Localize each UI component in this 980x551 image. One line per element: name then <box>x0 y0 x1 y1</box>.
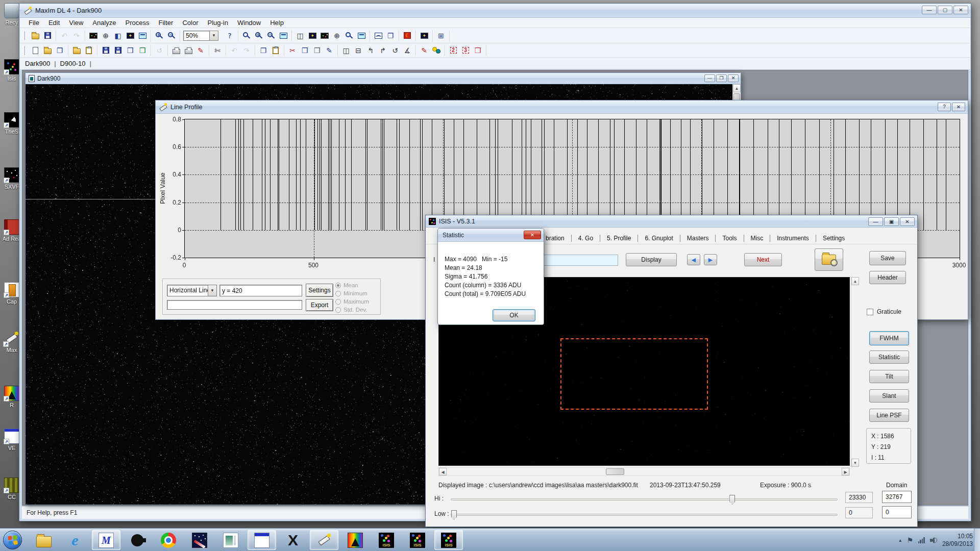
menu-plugin[interactable]: Plug-in <box>203 19 233 27</box>
graticule-checkbox[interactable] <box>867 309 873 315</box>
taskbar-item-isis-2[interactable] <box>403 530 432 550</box>
quick-stretch-icon[interactable]: ◧ <box>112 30 124 41</box>
radio-button[interactable] <box>335 299 341 305</box>
copy-icon[interactable]: ❐ <box>258 45 269 56</box>
isis-tab-5profile[interactable]: 5. Profile <box>600 235 638 242</box>
statistic-button[interactable]: Statistic <box>869 350 909 364</box>
taskbar-item-x-app[interactable]: X <box>279 530 307 550</box>
pencil-icon[interactable]: ✎ <box>419 45 430 56</box>
menu-analyze[interactable]: Analyze <box>88 19 120 27</box>
menu-color[interactable]: Color <box>178 19 203 27</box>
next-image-button[interactable]: ▶ <box>704 254 717 265</box>
save-all-icon[interactable]: ❒ <box>125 45 136 56</box>
duplicate-window-icon[interactable]: ❐ <box>385 30 396 41</box>
menu-window[interactable]: Window <box>233 19 265 27</box>
header-button[interactable]: Header <box>869 271 906 284</box>
show-desktop-button[interactable] <box>974 529 980 551</box>
taskbar-item-chrome[interactable] <box>154 530 183 550</box>
taskbar-item-ccd-camera[interactable] <box>123 530 152 550</box>
pinpoint-astrometry-icon[interactable]: ⊞ <box>435 30 447 41</box>
toolbar-grip[interactable] <box>23 31 25 40</box>
maxim-titlebar[interactable]: MaxIm DL 4 - Dark900 — ▢ ✕ <box>19 4 971 18</box>
radio-button[interactable] <box>335 307 341 313</box>
crop-icon[interactable]: ✂ <box>287 45 298 56</box>
isis-tab-tools[interactable]: Tools <box>716 235 743 242</box>
screen-stretch-2-icon[interactable] <box>319 30 330 41</box>
taskbar-item-photo-viewer[interactable] <box>216 530 245 550</box>
image-vertical-scrollbar[interactable]: ▲ ▼ <box>851 277 859 467</box>
isis-tab-instruments[interactable]: Instruments <box>770 235 816 242</box>
mirror-vertical-icon[interactable]: ⊟ <box>353 45 364 56</box>
snip-tool-icon[interactable]: ✄ <box>212 45 223 56</box>
taskbar-item-maxim-dl[interactable] <box>310 530 338 550</box>
maximize-button[interactable]: ▢ <box>938 6 952 14</box>
rotate-right-icon[interactable]: ↱ <box>377 45 388 56</box>
dark900-titlebar[interactable]: Dark900 — ❐ ✕ <box>26 73 741 84</box>
zoom-out-2-icon[interactable] <box>265 30 277 41</box>
zoom-in-icon[interactable] <box>154 30 165 41</box>
close-button[interactable]: ✕ <box>953 6 968 14</box>
zoom-out-icon[interactable] <box>166 30 177 41</box>
combine-images-icon[interactable]: ❒ <box>299 45 310 56</box>
tilt-button[interactable]: Tilt <box>869 370 909 383</box>
isis-tab-misc[interactable]: Misc <box>744 235 770 242</box>
mirror-horizontal-icon[interactable]: ◫ <box>340 45 352 56</box>
line-position-input[interactable] <box>219 285 302 296</box>
previous-image-button[interactable]: ◀ <box>687 254 700 265</box>
menu-view[interactable]: View <box>64 19 88 27</box>
rotate-left-icon[interactable]: ↰ <box>365 45 376 56</box>
menu-edit[interactable]: Edit <box>44 19 64 27</box>
night-vision-icon[interactable] <box>402 30 413 41</box>
export-button[interactable]: Export <box>306 299 333 311</box>
start-button[interactable] <box>3 531 22 549</box>
low-slider-thumb[interactable] <box>451 510 457 520</box>
scroll-up-icon[interactable]: ▲ <box>851 277 859 285</box>
rotate-angle-icon[interactable]: ∡ <box>402 45 413 56</box>
ok-button[interactable]: OK <box>493 309 535 321</box>
taskbar-item-starry-sky-app[interactable] <box>185 530 214 550</box>
screen-stretch-icon[interactable] <box>88 30 99 41</box>
save-icon[interactable] <box>100 45 111 56</box>
new-document-icon[interactable] <box>30 45 41 56</box>
color-balance-icon[interactable] <box>431 45 442 56</box>
zoom-level-value[interactable]: 50% <box>183 31 210 41</box>
taskbar-item-white-window-app[interactable] <box>248 530 276 550</box>
open-document-icon[interactable] <box>42 45 53 56</box>
maximize-button[interactable]: ▣ <box>884 217 899 226</box>
hi-domain-input[interactable]: 32767 <box>882 491 912 503</box>
low-domain-input[interactable]: 0 <box>882 506 912 518</box>
zoom-in-2-icon[interactable] <box>253 30 264 41</box>
information-window-icon[interactable] <box>278 30 289 41</box>
export-path-input[interactable] <box>167 300 302 310</box>
low-slider-track[interactable] <box>451 514 838 516</box>
toolbar-grip[interactable] <box>23 46 25 55</box>
print-preview-icon[interactable] <box>183 45 194 56</box>
tray-expand-icon[interactable]: ▴ <box>899 537 901 543</box>
statistic-titlebar[interactable]: Statistic ✕ <box>438 229 544 242</box>
rotate-any-icon[interactable]: ↺ <box>389 45 401 56</box>
network-icon[interactable] <box>918 537 925 543</box>
close-button[interactable]: ✕ <box>952 103 965 111</box>
document-tab-dark900[interactable]: Dark900 <box>25 60 50 67</box>
taskbar-item-internet-explorer[interactable]: e <box>61 530 89 550</box>
settings-button[interactable]: Settings <box>306 284 333 297</box>
annotate-icon[interactable]: ✎ <box>324 45 335 56</box>
line-profile-titlebar[interactable]: Line Profile ? ✕ <box>156 101 968 114</box>
group-link-icon[interactable]: ❒ <box>472 45 483 56</box>
taskbar-item-isis-3[interactable] <box>434 530 463 550</box>
scroll-right-icon[interactable]: ▶ <box>842 468 849 475</box>
line-mode-dropdown[interactable]: Horizontal Line ▼ <box>167 285 217 296</box>
action-center-flag-icon[interactable]: ⚑ <box>906 536 913 544</box>
page-setup-icon[interactable]: ✎ <box>195 45 206 56</box>
line-profile-tool-icon[interactable] <box>373 30 384 41</box>
minimize-button[interactable]: — <box>922 6 937 14</box>
settings-window-icon[interactable] <box>356 30 367 41</box>
isis-tab-masters[interactable]: Masters <box>680 235 716 242</box>
minimize-button[interactable]: — <box>704 74 715 82</box>
menu-file[interactable]: File <box>24 19 44 27</box>
scroll-up-icon[interactable]: ▲ <box>733 84 741 92</box>
taskbar-item-isis-1[interactable] <box>372 530 401 550</box>
taskbar-item-maxim-m[interactable]: M <box>92 530 120 550</box>
display-button[interactable]: Display <box>626 253 677 266</box>
mirror-icon[interactable]: ◫ <box>295 30 306 41</box>
